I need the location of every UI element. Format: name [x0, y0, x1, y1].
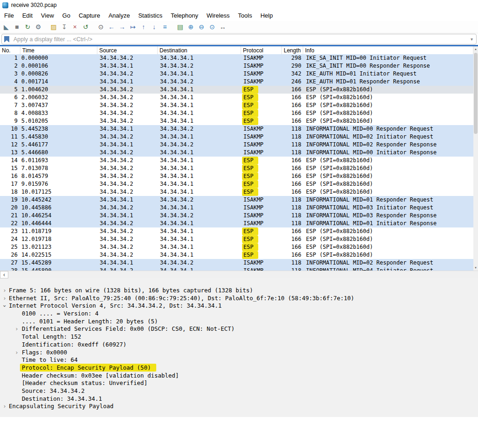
packet-row[interactable]: 179.01597634.34.34.234.34.34.1ESP166ESP … [0, 180, 473, 188]
reload-file-button[interactable]: ↺ [80, 22, 91, 32]
capture-options-button[interactable]: ⚙ [33, 22, 44, 32]
menu-item-tools[interactable]: Tools [234, 11, 256, 20]
packet-row[interactable]: 135.44668034.34.34.234.34.34.1ISAKMP118I… [0, 149, 473, 157]
chevron-down-icon[interactable]: ▾ [470, 37, 474, 42]
detail-line[interactable]: Identification: 0xedff (60927) [0, 341, 478, 349]
detail-text: Identification: 0xedff (60927) [22, 341, 127, 348]
filter-box[interactable]: ▾ [1, 34, 477, 44]
go-last-button[interactable]: ↓ [149, 22, 159, 32]
zoom-in-button[interactable]: ⊕ [185, 22, 196, 32]
packet-row[interactable]: 2412.01971834.34.34.234.34.34.1ESP166ESP… [0, 235, 473, 243]
column-header-no[interactable]: No. [0, 46, 20, 54]
menu-item-statistics[interactable]: Statistics [134, 11, 166, 20]
detail-line[interactable]: [Header checksum status: Unverified] [0, 379, 478, 387]
zoom-out-button[interactable]: ⊖ [196, 22, 207, 32]
detail-line[interactable]: Header checksum: 0x03ee [validation disa… [0, 372, 478, 380]
resize-columns-button[interactable]: ↔ [217, 22, 228, 32]
column-header-src[interactable]: Source [97, 46, 158, 54]
packet-row[interactable]: 2815.44589034.34.34.234.34.34.1ISAKMP118… [0, 267, 473, 271]
expand-arrow-icon[interactable]: › [14, 325, 19, 333]
detail-line[interactable]: .... 0101 = Header Length: 20 bytes (5) [0, 318, 478, 326]
packet-row[interactable]: 20.00010634.34.34.134.34.34.2ISAKMP290IK… [0, 62, 473, 70]
packet-row[interactable]: 84.00883334.34.34.234.34.34.1ESP166ESP (… [0, 109, 473, 117]
expand-arrow-icon[interactable]: › [2, 403, 7, 410]
auto-scroll-button[interactable]: ≡ [159, 22, 170, 32]
colorize-button[interactable]: ▤ [175, 22, 185, 32]
cell-src: 34.34.34.2 [97, 204, 158, 212]
packet-row[interactable]: 2110.44625434.34.34.134.34.34.2ISAKMP118… [0, 212, 473, 220]
column-header-time[interactable]: Time [20, 46, 97, 54]
vertical-scrollbar[interactable]: ▲ ▼ [473, 46, 478, 271]
packet-row[interactable]: 125.44617734.34.34.134.34.34.2ISAKMP118I… [0, 141, 473, 149]
column-header-dst[interactable]: Destination [158, 46, 241, 54]
filter-input[interactable] [13, 36, 470, 43]
detail-line[interactable]: Protocol: Encap Security Payload (50) [0, 364, 478, 372]
menu-item-edit[interactable]: Edit [18, 11, 37, 20]
packet-row[interactable]: 1910.44524234.34.34.134.34.34.2ISAKMP118… [0, 196, 473, 204]
go-first-button[interactable]: ↑ [138, 22, 149, 32]
packet-row[interactable]: 105.44523834.34.34.134.34.34.2ISAKMP118I… [0, 125, 473, 133]
packet-row[interactable]: 62.00603234.34.34.234.34.34.1ESP166ESP (… [0, 94, 473, 101]
packet-row[interactable]: 30.00082634.34.34.234.34.34.1ISAKMP342IK… [0, 70, 473, 78]
go-forward-button[interactable]: → [117, 22, 127, 32]
packet-row[interactable]: 157.01307834.34.34.234.34.34.1ESP166ESP … [0, 164, 473, 172]
menu-item-help[interactable]: Help [256, 11, 277, 20]
packet-row[interactable]: 95.01020534.34.34.234.34.34.1ESP166ESP (… [0, 117, 473, 125]
start-capture-button[interactable]: ◣ [1, 22, 12, 32]
detail-line[interactable]: Source: 34.34.34.2 [0, 387, 478, 395]
packet-row[interactable]: 10.00000034.34.34.234.34.34.1ISAKMP298IK… [0, 54, 473, 62]
detail-line[interactable]: ›Internet Protocol Version 4, Src: 34.34… [0, 302, 478, 310]
detail-line[interactable]: ›Frame 5: 166 bytes on wire (1328 bits),… [0, 287, 478, 295]
packet-row[interactable]: 40.00171434.34.34.134.34.34.2ISAKMP246IK… [0, 78, 473, 86]
expand-arrow-icon[interactable]: › [14, 349, 19, 357]
packet-row[interactable]: 51.00462034.34.34.234.34.34.1ESP166ESP (… [0, 86, 473, 94]
detail-line[interactable]: ›Flags: 0x0000 [0, 349, 478, 357]
menu-item-wireless[interactable]: Wireless [202, 11, 234, 20]
scroll-down-icon[interactable]: ▼ [473, 265, 478, 271]
collapse-arrow-icon[interactable]: › [1, 304, 9, 309]
detail-line[interactable]: ›Encapsulating Security Payload [0, 403, 478, 410]
close-file-button[interactable]: × [70, 22, 80, 32]
detail-line[interactable]: ›Differentiated Services Field: 0x00 (DS… [0, 325, 478, 333]
restart-capture-button[interactable]: ↻ [22, 22, 33, 32]
open-file-button[interactable]: ▨ [48, 22, 59, 32]
menu-item-view[interactable]: View [37, 11, 58, 20]
go-to-packet-button[interactable]: ↦ [127, 22, 138, 32]
detail-line[interactable]: Destination: 34.34.34.1 [0, 395, 478, 403]
column-header-proto[interactable]: Protocol [241, 46, 282, 54]
packet-row[interactable]: 1810.01712534.34.34.234.34.34.1ESP166ESP… [0, 188, 473, 196]
menu-item-telephony[interactable]: Telephony [166, 11, 202, 20]
menu-item-analyze[interactable]: Analyze [104, 11, 134, 20]
vertical-scrollbar-thumb[interactable] [474, 53, 478, 134]
save-file-button[interactable]: ↧ [59, 22, 70, 32]
menu-item-go[interactable]: Go [58, 11, 74, 20]
detail-line[interactable]: ›Ethernet II, Src: PaloAlto_79:25:40 (00… [0, 295, 478, 303]
expand-arrow-icon[interactable]: › [2, 295, 7, 303]
go-back-button[interactable]: ← [106, 22, 117, 32]
scroll-up-icon[interactable]: ▲ [473, 46, 478, 52]
horizontal-scrollbar[interactable]: ‹ [0, 271, 478, 278]
detail-line[interactable]: Time to live: 64 [0, 356, 478, 364]
bookmark-icon[interactable] [4, 36, 9, 43]
packet-row[interactable]: 2614.02251534.34.34.234.34.34.1ESP166ESP… [0, 251, 473, 259]
expand-arrow-icon[interactable]: › [2, 287, 7, 295]
packet-row[interactable]: 168.01457934.34.34.234.34.34.1ESP166ESP … [0, 172, 473, 180]
detail-line[interactable]: Total Length: 152 [0, 333, 478, 341]
packet-row[interactable]: 146.01169334.34.34.234.34.34.1ESP166ESP … [0, 157, 473, 164]
column-header-info[interactable]: Info [303, 46, 473, 54]
packet-row[interactable]: 73.00743734.34.34.234.34.34.1ESP166ESP (… [0, 101, 473, 109]
packet-row[interactable]: 115.44583034.34.34.234.34.34.1ISAKMP118I… [0, 133, 473, 141]
menu-item-capture[interactable]: Capture [75, 11, 104, 20]
packet-row[interactable]: 2210.44644434.34.34.234.34.34.1ISAKMP118… [0, 220, 473, 227]
packet-row[interactable]: 2010.44588634.34.34.234.34.34.1ISAKMP118… [0, 204, 473, 212]
detail-line[interactable]: 0100 .... = Version: 4 [0, 310, 478, 318]
packet-row[interactable]: 2311.01871934.34.34.234.34.34.1ESP166ESP… [0, 227, 473, 235]
packet-row[interactable]: 2715.44528934.34.34.134.34.34.2ISAKMP118… [0, 259, 473, 267]
scroll-left-button[interactable]: ‹ [0, 271, 8, 278]
column-header-len[interactable]: Length [282, 46, 303, 54]
stop-capture-button[interactable]: ■ [12, 22, 22, 32]
zoom-original-button[interactable]: ⊙ [207, 22, 217, 32]
menu-item-file[interactable]: File [0, 11, 18, 20]
packet-row[interactable]: 2513.02112334.34.34.234.34.34.1ESP166ESP… [0, 243, 473, 251]
find-packet-button[interactable]: ⊙ [96, 22, 106, 32]
